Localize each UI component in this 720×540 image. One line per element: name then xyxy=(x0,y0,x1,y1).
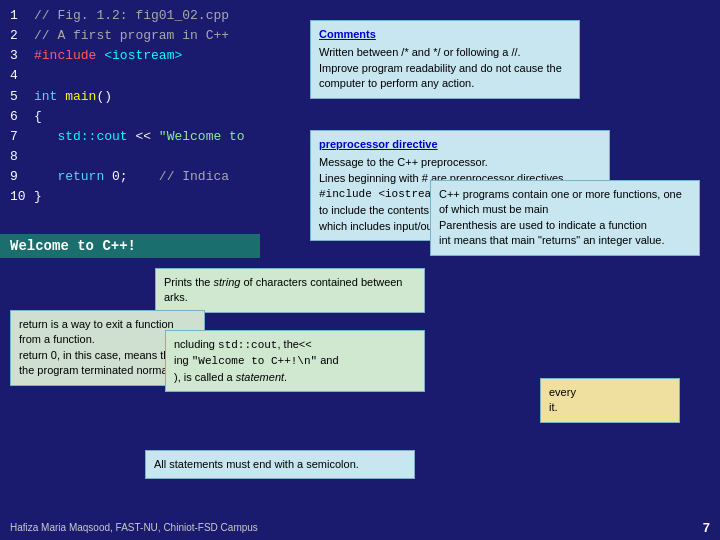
tooltip-comments-body: Written between /* and */ or following a… xyxy=(319,45,571,91)
footer: Hafiza Maria Maqsood, FAST-NU, Chiniot-F… xyxy=(0,520,720,535)
code-content: return 0; // Indica xyxy=(34,167,229,187)
line-number: 6 xyxy=(10,107,28,127)
code-content: // Fig. 1.2: fig01_02.cpp xyxy=(34,6,229,26)
tooltip-preprocessor-title: preprocessor directive xyxy=(319,137,601,152)
code-line-6: 6 { xyxy=(10,107,710,127)
page-number: 7 xyxy=(703,520,710,535)
line-number: 7 xyxy=(10,127,28,147)
tooltip-including-body: ncluding std::cout, the<< ing "Welcome t… xyxy=(174,337,416,385)
tooltip-comments-title: Comments xyxy=(319,27,571,42)
code-content: std::cout << "Welcome to xyxy=(34,127,245,147)
tooltip-every: every it. xyxy=(540,378,680,423)
welcome-output: Welcome to C++! xyxy=(0,234,260,258)
tooltip-comments: Comments Written between /* and */ or fo… xyxy=(310,20,580,99)
line-number: 3 xyxy=(10,46,28,66)
line-number: 8 xyxy=(10,147,28,167)
line-number: 1 xyxy=(10,6,28,26)
tooltip-main-function: C++ programs contain one or more functio… xyxy=(430,180,700,256)
code-content: #include <iostream> xyxy=(34,46,182,66)
welcome-text: Welcome to C++! xyxy=(10,238,136,254)
line-number: 2 xyxy=(10,26,28,46)
code-content: // A first program in C++ xyxy=(34,26,229,46)
tooltip-all-statements: All statements must end with a semicolon… xyxy=(145,450,415,479)
tooltip-main-body: C++ programs contain one or more functio… xyxy=(439,187,691,249)
line-number: 5 xyxy=(10,87,28,107)
main-container: 1 // Fig. 1.2: fig01_02.cpp 2 // A first… xyxy=(0,0,720,540)
tooltip-prints: Prints the string of characters containe… xyxy=(155,268,425,313)
code-content: } xyxy=(34,187,42,207)
tooltip-prints-body: Prints the string of characters containe… xyxy=(164,275,416,306)
code-content: int main() xyxy=(34,87,112,107)
line-number: 4 xyxy=(10,66,28,86)
tooltip-every-body: every it. xyxy=(549,385,671,416)
line-number: 9 xyxy=(10,167,28,187)
footer-credit: Hafiza Maria Maqsood, FAST-NU, Chiniot-F… xyxy=(10,522,258,533)
tooltip-including: ncluding std::cout, the<< ing "Welcome t… xyxy=(165,330,425,392)
code-content: { xyxy=(34,107,42,127)
tooltip-allstatements-body: All statements must end with a semicolon… xyxy=(154,457,406,472)
line-number: 10 xyxy=(10,187,28,207)
